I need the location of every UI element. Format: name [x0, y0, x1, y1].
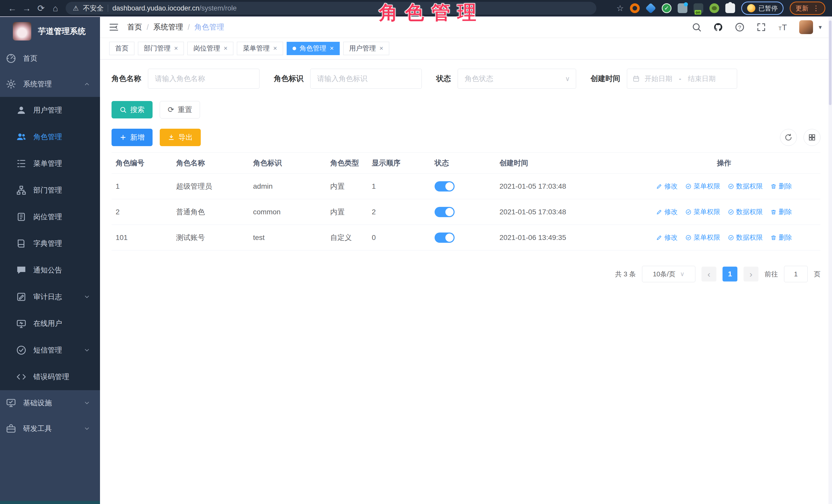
bookmark-star-icon[interactable]: ☆ — [616, 3, 624, 13]
sidebar-item-label: 角色管理 — [33, 132, 62, 142]
status-select[interactable]: ∨ — [458, 69, 576, 89]
page-scrollbar[interactable] — [828, 17, 832, 504]
browser-menu-icon[interactable]: ⋮ — [812, 4, 820, 12]
sidebar-item-roles[interactable]: 角色管理 — [0, 124, 100, 150]
table-row: 101 测试账号 test 自定义 0 2021-01-06 13:49:35 … — [111, 225, 821, 250]
extension-icon-switch[interactable] — [694, 3, 703, 13]
scrollbar-thumb[interactable] — [829, 21, 831, 105]
delete-link[interactable]: 删除 — [771, 207, 792, 216]
sidebar-item-home[interactable]: 首页 — [0, 46, 100, 71]
column-settings-button[interactable] — [804, 129, 821, 146]
prev-page-button[interactable]: ‹ — [702, 267, 717, 282]
browser-update-button[interactable]: 更新 ⋮ — [790, 2, 825, 15]
export-button[interactable]: 导出 — [160, 129, 201, 146]
next-page-button[interactable]: › — [744, 267, 758, 282]
tab-departments[interactable]: 部门管理 × — [138, 42, 184, 55]
search-button[interactable]: 搜索 — [111, 101, 153, 118]
status-toggle[interactable] — [435, 207, 454, 217]
breadcrumb-home[interactable]: 首页 — [127, 22, 142, 32]
app-logo-image — [13, 22, 31, 41]
extension-icon-monkey[interactable] — [709, 3, 719, 13]
help-icon[interactable]: ? — [734, 22, 745, 32]
sidebar-item-system[interactable]: 系统管理 — [0, 71, 100, 97]
chevron-down-icon — [84, 294, 90, 300]
extension-icon-orange[interactable] — [630, 3, 640, 13]
role-id-cell: 1 — [111, 182, 172, 190]
sidebar-item-departments[interactable]: 部门管理 — [0, 177, 100, 204]
sidebar-bottom-strip — [0, 501, 100, 504]
browser-back-icon[interactable]: ← — [5, 1, 20, 16]
extension-icon-check[interactable]: ✓ — [662, 3, 672, 13]
close-icon[interactable]: × — [174, 44, 178, 52]
browser-home-icon[interactable]: ⌂ — [48, 1, 62, 16]
add-button[interactable]: 新增 — [111, 129, 153, 146]
dictionary-book-icon — [16, 238, 27, 249]
browser-forward-icon[interactable]: → — [20, 1, 34, 16]
infrastructure-icon — [6, 398, 17, 408]
sidebar-item-posts[interactable]: 岗位管理 — [0, 204, 100, 230]
sidebar-item-sms[interactable]: 短信管理 — [0, 337, 100, 364]
tab-home[interactable]: 首页 — [109, 42, 134, 55]
sidebar-item-dictionary[interactable]: 字典管理 — [0, 230, 100, 257]
data-permission-link[interactable]: 数据权限 — [728, 182, 763, 191]
reset-button[interactable]: ⟳ 重置 — [160, 101, 200, 118]
sidebar-item-announcements[interactable]: 通知公告 — [0, 257, 100, 284]
role-name-input[interactable] — [148, 69, 259, 89]
date-range-picker[interactable]: 开始日期 - 结束日期 — [627, 69, 737, 89]
role-key-input[interactable] — [310, 69, 422, 89]
user-avatar[interactable] — [799, 20, 813, 34]
edit-link[interactable]: 修改 — [656, 182, 678, 191]
extensions-puzzle-icon[interactable] — [725, 3, 735, 13]
sidebar-item-users[interactable]: 用户管理 — [0, 97, 100, 124]
browser-reload-icon[interactable]: ⟳ — [34, 1, 48, 16]
sidebar-item-dev-tools[interactable]: 研发工具 — [0, 416, 100, 442]
close-icon[interactable]: × — [224, 44, 228, 52]
chevron-down-icon — [84, 425, 90, 432]
security-label: 不安全 — [83, 4, 104, 13]
edit-link[interactable]: 修改 — [656, 233, 678, 242]
data-permission-link[interactable]: 数据权限 — [728, 207, 763, 216]
page-size-select[interactable]: 10条/页 ∨ — [642, 266, 695, 282]
tab-users[interactable]: 用户管理 × — [343, 42, 389, 55]
search-icon[interactable] — [692, 22, 702, 32]
status-toggle[interactable] — [435, 233, 454, 243]
tab-label: 岗位管理 — [193, 44, 220, 53]
sidebar-item-menus[interactable]: 菜单管理 — [0, 150, 100, 177]
refresh-button[interactable] — [780, 129, 797, 146]
github-icon[interactable] — [713, 22, 723, 32]
sidebar-item-infrastructure[interactable]: 基础设施 — [0, 390, 100, 416]
extension-icon-drops[interactable] — [678, 3, 687, 13]
menu-permission-link[interactable]: 菜单权限 — [685, 207, 720, 216]
reset-icon: ⟳ — [168, 106, 174, 113]
profile-paused-button[interactable]: 已暂停 — [741, 2, 783, 15]
edit-link[interactable]: 修改 — [656, 207, 678, 216]
close-icon[interactable]: × — [273, 44, 277, 52]
fullscreen-icon[interactable] — [756, 22, 766, 32]
close-icon[interactable]: × — [330, 44, 334, 52]
hamburger-icon[interactable] — [109, 22, 119, 32]
tab-menus[interactable]: 菜单管理 × — [237, 42, 283, 55]
menu-permission-link[interactable]: 菜单权限 — [685, 233, 720, 242]
svg-text:?: ? — [738, 24, 741, 30]
app-logo-row[interactable]: 芋道管理系统 — [0, 17, 100, 46]
sidebar-item-error-codes[interactable]: 错误码管理 — [0, 364, 100, 390]
tab-roles[interactable]: 角色管理 × — [287, 42, 340, 55]
tab-posts[interactable]: 岗位管理 × — [187, 42, 233, 55]
close-icon[interactable]: × — [380, 44, 383, 52]
status-select-input[interactable] — [458, 69, 576, 89]
avatar-caret-icon[interactable]: ▾ — [819, 24, 822, 31]
delete-link[interactable]: 删除 — [771, 182, 792, 191]
current-page-button[interactable]: 1 — [723, 267, 737, 282]
breadcrumb-system[interactable]: 系统管理 — [153, 22, 183, 32]
check-circle-icon — [728, 235, 734, 241]
data-permission-link[interactable]: 数据权限 — [728, 233, 763, 242]
sidebar-item-online-users[interactable]: 在线用户 — [0, 310, 100, 337]
menu-permission-link[interactable]: 菜单权限 — [685, 182, 720, 191]
status-toggle[interactable] — [435, 181, 454, 191]
extension-icon-gem[interactable] — [646, 3, 656, 13]
goto-page-input[interactable] — [784, 266, 808, 282]
delete-link[interactable]: 删除 — [771, 233, 792, 242]
font-size-icon[interactable]: TT — [778, 22, 788, 32]
sidebar-item-audit-log[interactable]: 审计日志 — [0, 284, 100, 310]
address-bar[interactable]: ⚠ 不安全 dashboard.yudao.iocoder.cn/system/… — [66, 2, 596, 15]
